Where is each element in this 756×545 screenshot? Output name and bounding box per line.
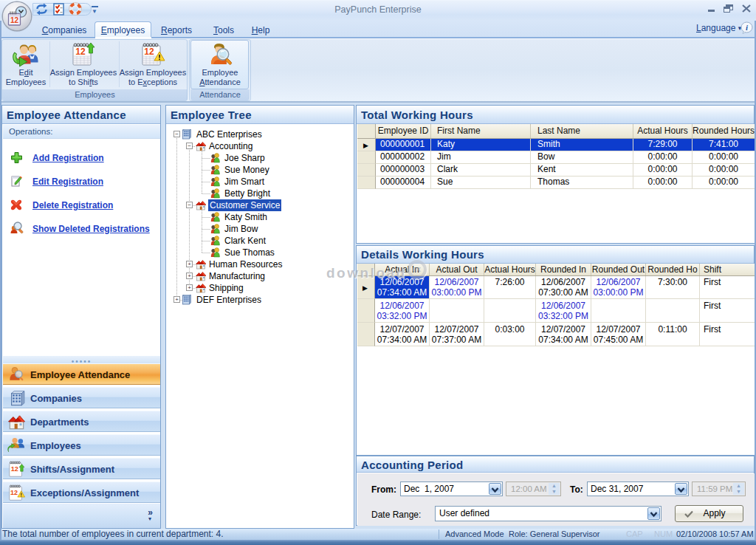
svg-text:12: 12 bbox=[10, 16, 19, 24]
svg-text:12: 12 bbox=[11, 465, 18, 473]
svg-text:12: 12 bbox=[10, 489, 18, 496]
svg-text:12: 12 bbox=[75, 47, 86, 57]
svg-text:12: 12 bbox=[144, 47, 154, 57]
